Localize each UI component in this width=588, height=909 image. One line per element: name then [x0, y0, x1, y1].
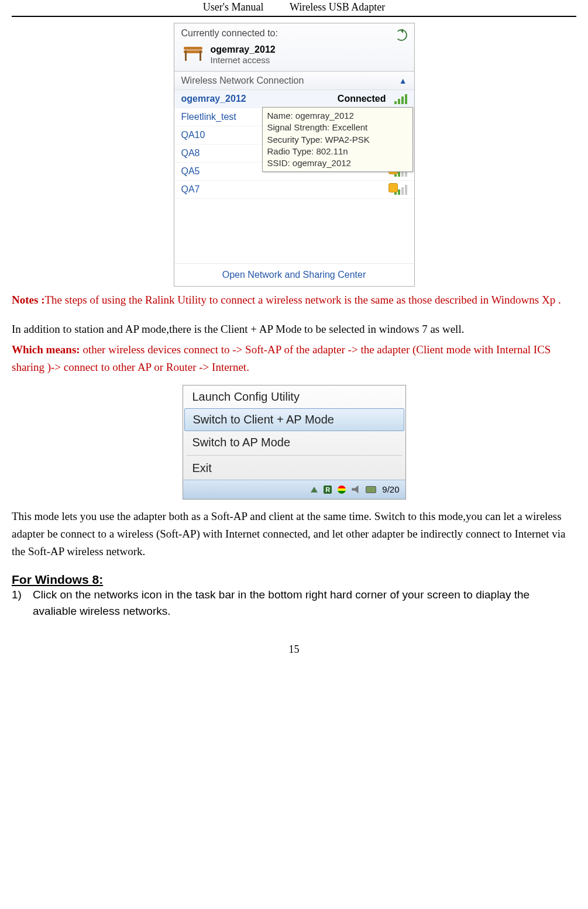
- current-connection[interactable]: ogemray_2012 Internet access: [181, 44, 407, 65]
- current-network-name: ogemray_2012: [211, 44, 276, 55]
- menu-separator: [187, 455, 402, 456]
- windows8-heading: For Windows 8:: [12, 573, 576, 587]
- connected-to-text: Currently connected to:: [181, 28, 278, 38]
- security-warning-icon: [388, 183, 398, 192]
- step-number: 1): [12, 587, 33, 604]
- eject-icon[interactable]: [311, 487, 318, 493]
- wifi-list-spacer: [174, 199, 414, 264]
- notes-label: Notes :: [12, 294, 44, 306]
- windows8-step-1: 1)Click on the networks icon in the task…: [12, 587, 576, 620]
- tooltip-line: Radio Type: 802.11n: [267, 146, 408, 157]
- wifi-item-label: QA5: [181, 166, 200, 177]
- speaker-icon[interactable]: [352, 486, 360, 494]
- section-header[interactable]: Wireless Network Connection ▲: [174, 71, 414, 90]
- wifi-item-label: QA10: [181, 130, 205, 140]
- tray-time: 9/20: [382, 484, 399, 494]
- wifi-item-connected[interactable]: ogemray_2012 Connected: [174, 90, 414, 108]
- tooltip-line: Security Type: WPA2-PSK: [267, 134, 408, 146]
- which-means-label: Which means:: [12, 343, 80, 356]
- wifi-flyout-header: Currently connected to: ogemray_2012 Int…: [174, 23, 414, 71]
- wifi-item-label: QA7: [181, 184, 200, 195]
- refresh-icon[interactable]: [396, 29, 407, 41]
- header-right: Wireless USB Adapter: [290, 1, 385, 13]
- connected-badge: Connected: [338, 94, 386, 104]
- connected-to-label: Currently connected to:: [181, 28, 407, 41]
- step-text: Click on the networks icon in the task b…: [33, 587, 573, 620]
- notes-text: The steps of using the Ralink Utility to…: [44, 294, 561, 306]
- signal-icon: [394, 94, 407, 104]
- paragraph-mode-desc: This mode lets you use the adapter both …: [12, 508, 576, 561]
- paragraph-addition: In addition to station and AP mode,there…: [12, 321, 576, 338]
- menu-switch-client-ap[interactable]: Switch to Client + AP Mode: [184, 408, 404, 431]
- tooltip-line: Name: ogemray_2012: [267, 110, 408, 122]
- tooltip-line: Signal Strength: Excellent: [267, 122, 408, 133]
- tray-context-menu: Launch Config Utility Switch to Client +…: [183, 385, 406, 500]
- network-category-icon: [181, 47, 205, 63]
- section-header-label: Wireless Network Connection: [181, 75, 304, 86]
- tooltip-line: SSID: ogemray_2012: [267, 157, 408, 169]
- battery-icon[interactable]: [366, 486, 376, 493]
- open-network-sharing-link[interactable]: Open Network and Sharing Center: [174, 264, 414, 286]
- page-header: User's Manual Wireless USB Adapter: [12, 0, 576, 17]
- wifi-item-label: ogemray_2012: [181, 94, 246, 104]
- system-tray: R 9/20: [183, 480, 405, 499]
- menu-exit[interactable]: Exit: [183, 457, 405, 480]
- header-left: User's Manual: [203, 1, 264, 13]
- menu-switch-ap[interactable]: Switch to AP Mode: [183, 431, 405, 454]
- ralink-tray-icon[interactable]: R: [324, 486, 332, 494]
- menu-launch-config[interactable]: Launch Config Utility: [183, 385, 405, 408]
- body-content: Notes :The steps of using the Ralink Uti…: [12, 291, 576, 377]
- network-tooltip: Name: ogemray_2012 Signal Strength: Exce…: [262, 107, 413, 172]
- action-center-icon[interactable]: [338, 486, 346, 494]
- which-means-text: other wireless devices connect to -> Sof…: [12, 343, 551, 373]
- page-number: 15: [12, 643, 576, 656]
- wifi-item[interactable]: QA7: [174, 181, 414, 199]
- current-network-status: Internet access: [211, 55, 276, 65]
- wifi-flyout: Currently connected to: ogemray_2012 Int…: [174, 23, 415, 287]
- chevron-up-icon: ▲: [399, 76, 407, 85]
- wifi-item-label: QA8: [181, 148, 200, 159]
- wifi-item-label: Fleetlink_test: [181, 112, 236, 122]
